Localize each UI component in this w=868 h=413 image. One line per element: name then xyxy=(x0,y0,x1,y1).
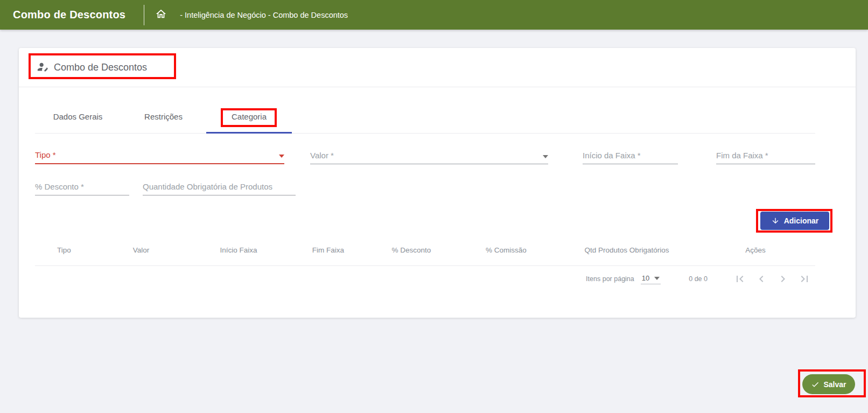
previous-page-button[interactable] xyxy=(751,268,772,290)
salvar-button[interactable]: Salvar xyxy=(802,374,855,394)
valor-label: Valor * xyxy=(310,151,334,160)
adicionar-button-label: Adicionar xyxy=(784,216,819,225)
column-header-desconto: % Desconto xyxy=(368,246,454,254)
valor-select[interactable]: Valor * xyxy=(310,146,548,164)
tab-restricoes[interactable]: Restrições xyxy=(121,100,206,133)
page-size-select[interactable]: 10 xyxy=(641,274,661,284)
tipo-select[interactable]: Tipo * xyxy=(35,146,284,164)
paginator-nav xyxy=(729,268,815,290)
column-header-tipo: Tipo xyxy=(35,246,93,254)
column-header-comissao: % Comissão xyxy=(454,246,558,254)
items-per-page-label: Itens por página xyxy=(586,275,634,283)
check-icon xyxy=(811,380,820,389)
combo-descontos-card: Combo de Descontos Dados Gerais Restriçõ… xyxy=(19,48,856,318)
inicio-faixa-input[interactable]: Início da Faixa * xyxy=(583,146,678,164)
paginator-range-label: 0 de 0 xyxy=(689,275,708,283)
next-page-button[interactable] xyxy=(772,268,794,290)
chevron-right-icon xyxy=(776,272,789,285)
fim-faixa-label: Fim da Faixa * xyxy=(716,151,768,160)
desconto-input[interactable]: % Desconto * xyxy=(35,178,129,195)
chevron-down-icon xyxy=(279,155,284,158)
table-header-row: Tipo Valor Início Faixa Fim Faixa % Desc… xyxy=(35,234,815,266)
tab-label: Dados Gerais xyxy=(53,112,103,121)
card-title: Combo de Descontos xyxy=(54,62,147,73)
last-page-button[interactable] xyxy=(794,268,815,290)
tab-bar: Dados Gerais Restrições Categoria xyxy=(35,100,815,134)
tab-label: Categoria xyxy=(232,112,267,121)
card-header: Combo de Descontos xyxy=(19,48,856,87)
person-edit-icon xyxy=(37,61,48,73)
page-size-value: 10 xyxy=(642,274,649,282)
adicionar-button[interactable]: Adicionar xyxy=(760,212,829,230)
first-page-icon xyxy=(733,272,746,285)
chevron-down-icon xyxy=(543,155,548,158)
tab-dados-gerais[interactable]: Dados Gerais xyxy=(35,100,121,133)
fim-faixa-input[interactable]: Fim da Faixa * xyxy=(716,146,815,164)
inicio-faixa-label: Início da Faixa * xyxy=(583,151,641,160)
paginator: Itens por página 10 0 de 0 xyxy=(35,266,815,292)
column-header-qtd-produtos: Qtd Produtos Obrigatórios xyxy=(558,246,696,254)
salvar-button-label: Salvar xyxy=(823,380,846,389)
header-divider xyxy=(144,5,144,25)
desconto-label: % Desconto * xyxy=(35,182,84,191)
arrow-down-icon xyxy=(771,216,780,225)
app-header: Combo de Descontos - Inteligência de Neg… xyxy=(0,0,868,30)
column-header-fim-faixa: Fim Faixa xyxy=(288,246,368,254)
first-page-button[interactable] xyxy=(729,268,751,290)
column-header-valor: Valor xyxy=(93,246,189,254)
home-icon xyxy=(155,8,167,22)
app-title: Combo de Descontos xyxy=(13,9,125,21)
tipo-label: Tipo * xyxy=(35,150,56,159)
chevron-down-icon xyxy=(654,277,660,280)
chevron-left-icon xyxy=(755,272,768,285)
column-header-inicio-faixa: Início Faixa xyxy=(189,246,288,254)
quantidade-obrigatoria-input[interactable]: Quantidade Obrigatória de Produtos xyxy=(143,178,296,195)
breadcrumb: - Inteligência de Negócio - Combo de Des… xyxy=(180,11,348,19)
quantidade-obrigatoria-label: Quantidade Obrigatória de Produtos xyxy=(143,182,272,191)
tab-categoria[interactable]: Categoria xyxy=(206,100,292,133)
column-header-acoes: Ações xyxy=(696,246,815,254)
home-button[interactable] xyxy=(155,8,167,22)
last-page-icon xyxy=(798,272,811,285)
tab-label: Restrições xyxy=(144,112,183,121)
